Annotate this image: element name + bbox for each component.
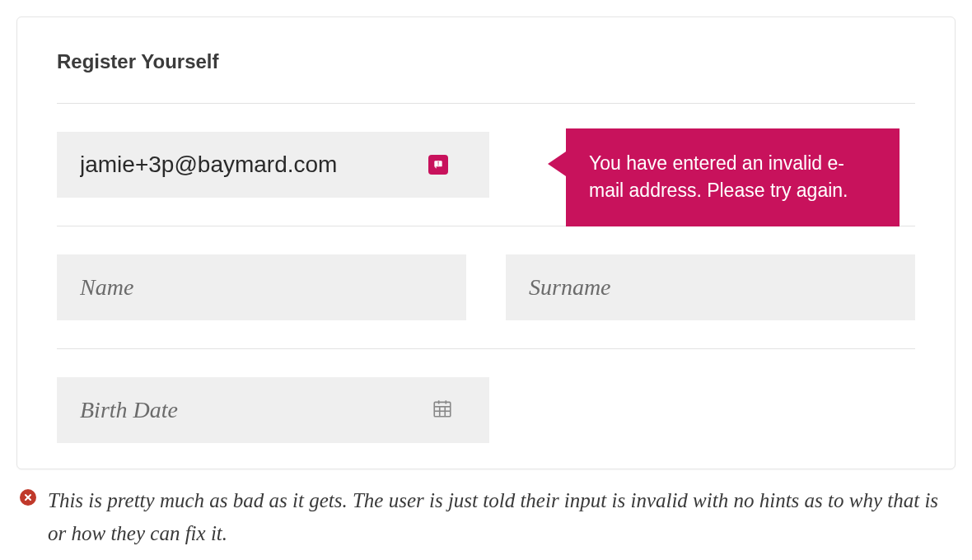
svg-text:!: ! (437, 161, 439, 166)
close-icon (20, 489, 36, 506)
surname-field[interactable] (506, 254, 915, 320)
email-field[interactable] (57, 132, 489, 198)
birthdate-row (57, 349, 915, 469)
email-row: ! You have entered an invalid e-mail add… (57, 104, 915, 226)
name-row (57, 226, 915, 348)
name-field[interactable] (57, 254, 466, 320)
calendar-icon[interactable] (432, 398, 453, 422)
name-field-wrap (57, 254, 466, 320)
error-tooltip-text: You have entered an invalid e-mail addre… (589, 152, 848, 201)
email-field-wrap: ! (57, 132, 489, 198)
surname-field-wrap (506, 254, 915, 320)
caption-row: This is pretty much as bad as it gets. T… (16, 484, 956, 550)
registration-form-card: Register Yourself ! You have entered an … (16, 16, 956, 469)
error-tooltip: You have entered an invalid e-mail addre… (566, 128, 900, 226)
form-title: Register Yourself (57, 50, 915, 73)
birthdate-field-wrap (57, 377, 489, 443)
birthdate-field[interactable] (57, 377, 489, 443)
error-icon: ! (428, 155, 448, 175)
caption-text: This is pretty much as bad as it gets. T… (48, 484, 952, 550)
svg-rect-2 (434, 402, 451, 416)
